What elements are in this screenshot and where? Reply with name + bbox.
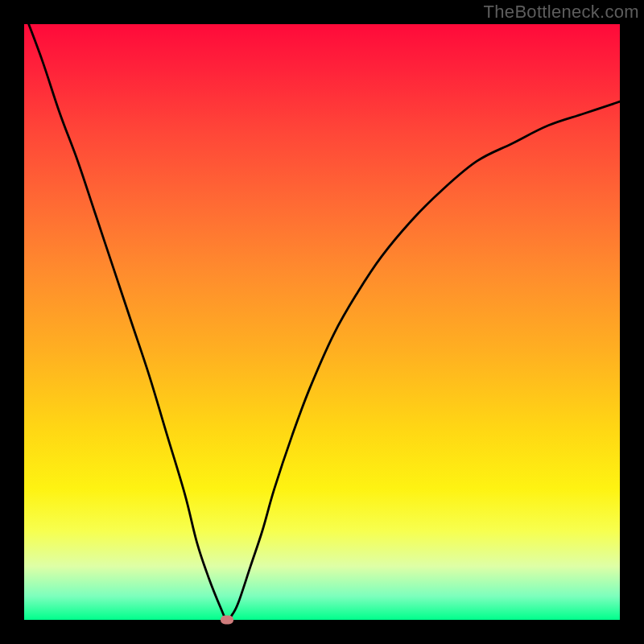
curve-layer <box>24 24 620 620</box>
plot-area <box>24 24 620 620</box>
watermark-label: TheBottleneck.com <box>484 2 639 23</box>
min-point-marker <box>221 616 233 625</box>
bottleneck-curve <box>24 12 620 620</box>
chart-frame: TheBottleneck.com <box>0 0 644 644</box>
